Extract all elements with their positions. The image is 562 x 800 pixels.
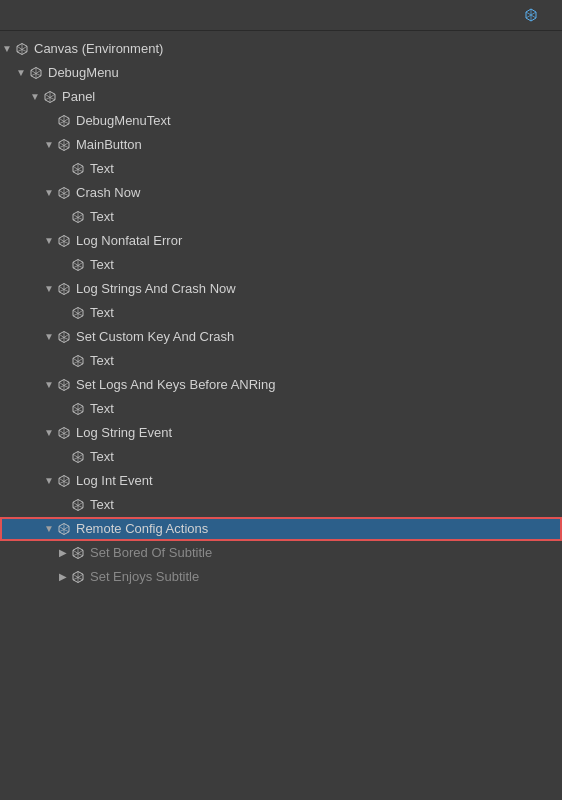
arrow-setboredsubtitle[interactable]: [56, 543, 70, 563]
cube-icon-logstringscrash: [56, 281, 72, 297]
arrow-setenjoyssubtitle[interactable]: [56, 567, 70, 587]
label-setcustomkey: Set Custom Key And Crash: [76, 327, 234, 347]
arrow-remoteconfig[interactable]: [42, 519, 56, 539]
label-logstringscrash-text: Text: [90, 303, 114, 323]
cube-icon-setcustomkey: [56, 329, 72, 345]
cube-icon-debugmenu: [28, 65, 44, 81]
label-debugmenutext: DebugMenuText: [76, 111, 171, 131]
label-setlogskeys-text: Text: [90, 399, 114, 419]
cube-icon-debugmenutext: [56, 113, 72, 129]
label-canvas: Canvas (Environment): [34, 39, 163, 59]
tree-item-crashnow[interactable]: Crash Now: [0, 181, 562, 205]
tree-item-canvas[interactable]: Canvas (Environment): [0, 37, 562, 61]
tree-item-setcustomkey-text[interactable]: Text: [0, 349, 562, 373]
arrow-debugmenu[interactable]: [14, 63, 28, 83]
tree-item-logstringevent[interactable]: Log String Event: [0, 421, 562, 445]
label-setenjoyssubtitle: Set Enjoys Subtitle: [90, 567, 199, 587]
label-remoteconfig: Remote Config Actions: [76, 519, 208, 539]
tree-item-debugmenu[interactable]: DebugMenu: [0, 61, 562, 85]
label-panel: Panel: [62, 87, 95, 107]
cube-icon-lognonfatal: [56, 233, 72, 249]
arrow-setcustomkey[interactable]: [42, 327, 56, 347]
label-setlogskeys: Set Logs And Keys Before ANRing: [76, 375, 275, 395]
label-logstringscrash: Log Strings And Crash Now: [76, 279, 236, 299]
label-debugmenu: DebugMenu: [48, 63, 119, 83]
cube-icon-setboredsubtitle: [70, 545, 86, 561]
cube-icon-crashnow-text: [70, 209, 86, 225]
label-logstringevent: Log String Event: [76, 423, 172, 443]
cube-icon-mainbutton: [56, 137, 72, 153]
tree-item-debugmenutext[interactable]: DebugMenuText: [0, 109, 562, 133]
tree-item-logstringevent-text[interactable]: Text: [0, 445, 562, 469]
label-setboredsubtitle: Set Bored Of Subtitle: [90, 543, 212, 563]
label-logstringevent-text: Text: [90, 447, 114, 467]
arrow-logstringscrash[interactable]: [42, 279, 56, 299]
label-lognonfatal-text: Text: [90, 255, 114, 275]
tree-item-crashnow-text[interactable]: Text: [0, 205, 562, 229]
cube-icon-remoteconfig: [56, 521, 72, 537]
label-crashnow-text: Text: [90, 207, 114, 227]
tree-item-setenjoyssubtitle[interactable]: Set Enjoys Subtitle: [0, 565, 562, 589]
cube-icon-crashnow: [56, 185, 72, 201]
tree-item-setlogskeys-text[interactable]: Text: [0, 397, 562, 421]
header-cube-icon: [524, 8, 538, 22]
label-mainbutton-text: Text: [90, 159, 114, 179]
arrow-canvas[interactable]: [0, 39, 14, 59]
arrow-setlogskeys[interactable]: [42, 375, 56, 395]
cube-icon-panel: [42, 89, 58, 105]
tree-item-remoteconfig[interactable]: Remote Config Actions: [0, 517, 562, 541]
header: [0, 0, 562, 31]
cube-icon-canvas: [14, 41, 30, 57]
arrow-mainbutton[interactable]: [42, 135, 56, 155]
arrow-logintevent[interactable]: [42, 471, 56, 491]
cube-icon-setcustomkey-text: [70, 353, 86, 369]
tree-item-setlogskeys[interactable]: Set Logs And Keys Before ANRing: [0, 373, 562, 397]
cube-icon-logintevent-text: [70, 497, 86, 513]
label-mainbutton: MainButton: [76, 135, 142, 155]
cube-icon-logstringevent-text: [70, 449, 86, 465]
cube-icon-lognonfatal-text: [70, 257, 86, 273]
label-lognonfatal: Log Nonfatal Error: [76, 231, 182, 251]
label-logintevent-text: Text: [90, 495, 114, 515]
cube-icon-setlogskeys-text: [70, 401, 86, 417]
tree-item-panel[interactable]: Panel: [0, 85, 562, 109]
tree-item-logintevent-text[interactable]: Text: [0, 493, 562, 517]
tree-panel: Canvas (Environment) DebugMenu Panel Deb…: [0, 31, 562, 595]
cube-icon-logstringevent: [56, 425, 72, 441]
tree-item-lognonfatal-text[interactable]: Text: [0, 253, 562, 277]
arrow-panel[interactable]: [28, 87, 42, 107]
header-title: [524, 8, 546, 22]
cube-icon-setlogskeys: [56, 377, 72, 393]
tree-item-logintevent[interactable]: Log Int Event: [0, 469, 562, 493]
tree-item-mainbutton[interactable]: MainButton: [0, 133, 562, 157]
tree-item-logstringscrash-text[interactable]: Text: [0, 301, 562, 325]
cube-icon-logintevent: [56, 473, 72, 489]
cube-icon-setenjoyssubtitle: [70, 569, 86, 585]
tree-item-lognonfatal[interactable]: Log Nonfatal Error: [0, 229, 562, 253]
label-setcustomkey-text: Text: [90, 351, 114, 371]
tree-item-logstringscrash[interactable]: Log Strings And Crash Now: [0, 277, 562, 301]
tree-item-setboredsubtitle[interactable]: Set Bored Of Subtitle: [0, 541, 562, 565]
arrow-logstringevent[interactable]: [42, 423, 56, 443]
cube-icon-logstringscrash-text: [70, 305, 86, 321]
label-logintevent: Log Int Event: [76, 471, 153, 491]
cube-icon-mainbutton-text: [70, 161, 86, 177]
label-crashnow: Crash Now: [76, 183, 140, 203]
arrow-lognonfatal[interactable]: [42, 231, 56, 251]
arrow-crashnow[interactable]: [42, 183, 56, 203]
tree-item-mainbutton-text[interactable]: Text: [0, 157, 562, 181]
tree-item-setcustomkey[interactable]: Set Custom Key And Crash: [0, 325, 562, 349]
